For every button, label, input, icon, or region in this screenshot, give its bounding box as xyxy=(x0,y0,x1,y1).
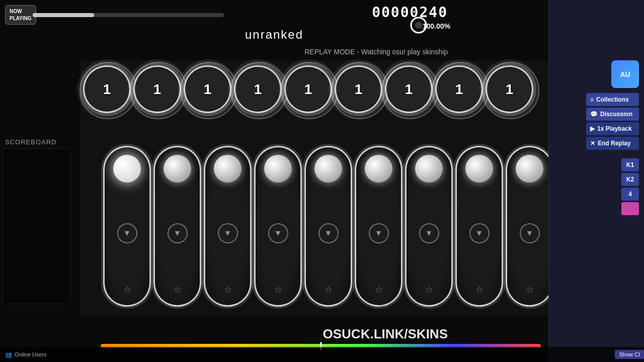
replay-mode-text: REPLAY MODE - Watching osu! play skinshi… xyxy=(304,48,448,56)
slider-arrow-8: ▼ xyxy=(469,223,490,243)
slider-star-5: ☆ xyxy=(325,284,333,295)
slider-6: ▼ ☆ xyxy=(355,146,403,307)
slider-arrow-5: ▼ xyxy=(318,223,339,243)
slider-5: ▼ ☆ xyxy=(304,146,352,307)
show-ci-button[interactable]: Show CI xyxy=(615,350,644,359)
slider-8: ▼ ☆ xyxy=(455,146,503,307)
svg-point-2 xyxy=(415,22,422,29)
slider-3: ▼ ☆ xyxy=(204,146,252,307)
progress-bar[interactable] xyxy=(33,13,224,17)
slider-arrow-4: ▼ xyxy=(268,223,288,243)
sliders-row: ▼ ☆ ▼ ☆ ▼ ☆ ▼ ☆ ▼ ☆ ▼ ☆ ▼ xyxy=(103,146,553,307)
slider-ball-2 xyxy=(164,155,191,183)
collections-icon: ≡ xyxy=(590,96,594,103)
slider-4: ▼ ☆ xyxy=(254,146,302,307)
slider-ball-8 xyxy=(465,155,493,183)
hit-circle-6: 1 xyxy=(335,65,382,113)
skins-link: OSUCK.LINK/SKINS xyxy=(323,326,448,342)
game-area: NOW PLAYING 00000240 100.00% unranked RE… xyxy=(0,0,548,362)
now-playing-badge: NOW PLAYING xyxy=(5,5,36,25)
hit-circle-8: 1 xyxy=(435,65,483,113)
slider-2: ▼ ☆ xyxy=(153,146,201,307)
slider-star-1: ☆ xyxy=(123,284,131,295)
slider-star-9: ☆ xyxy=(526,284,534,295)
slider-1: ▼ ☆ xyxy=(103,146,151,307)
scoreboard-label: SCOREBOARD xyxy=(0,136,73,148)
hit-circle-9: 1 xyxy=(486,65,533,113)
hit-circle-1: 1 xyxy=(83,65,131,113)
circles-row: 1 1 1 1 1 1 1 1 1 xyxy=(83,65,533,113)
discussion-button[interactable]: 💬 Discussion xyxy=(586,108,639,121)
avatar[interactable]: AU xyxy=(611,60,639,88)
right-sidebar: AU ≡ Collections 💬 Discussion ▶ 1x Playb… xyxy=(548,0,644,362)
slider-ball-5 xyxy=(314,155,342,183)
key-k1: K1 xyxy=(621,158,639,171)
hit-circle-5: 1 xyxy=(284,65,332,113)
scoreboard-area xyxy=(3,148,70,304)
end-replay-button[interactable]: ✕ End Replay xyxy=(586,137,639,150)
hit-circle-7: 1 xyxy=(385,65,433,113)
menu-buttons: ≡ Collections 💬 Discussion ▶ 1x Playback… xyxy=(586,93,639,150)
slider-ball-7 xyxy=(415,155,443,183)
end-replay-icon: ✕ xyxy=(590,140,595,147)
hit-circle-2: 1 xyxy=(133,65,181,113)
slider-ball-3 xyxy=(214,155,242,183)
bottom-bar: 👥 Online Users Show CI xyxy=(0,347,644,362)
slider-star-7: ☆ xyxy=(425,284,433,295)
slider-arrow-6: ▼ xyxy=(369,223,389,243)
hit-circle-4: 1 xyxy=(234,65,282,113)
slider-arrow-7: ▼ xyxy=(419,223,439,243)
slider-ball-6 xyxy=(365,155,392,183)
accuracy-text: 100.00% xyxy=(423,22,450,30)
playback-button[interactable]: ▶ 1x Playback xyxy=(586,122,639,135)
slider-ball-9 xyxy=(516,155,543,183)
slider-star-6: ☆ xyxy=(375,284,383,295)
slider-ball-1 xyxy=(113,155,141,183)
status-text: unranked xyxy=(245,28,303,42)
slider-7: ▼ ☆ xyxy=(405,146,453,307)
slider-arrow-3: ▼ xyxy=(218,223,238,243)
slider-9: ▼ ☆ xyxy=(506,146,553,307)
progress-bar-fill xyxy=(33,13,94,17)
playback-icon: ▶ xyxy=(590,125,595,132)
collections-button[interactable]: ≡ Collections xyxy=(586,93,639,106)
slider-arrow-1: ▼ xyxy=(117,223,137,243)
slider-arrow-2: ▼ xyxy=(168,223,188,243)
scoreboard: SCOREBOARD xyxy=(0,136,73,317)
people-icon: 👥 xyxy=(5,351,12,358)
key-pink xyxy=(621,202,639,215)
slider-star-3: ☆ xyxy=(224,284,232,295)
key-k2: K2 xyxy=(621,173,639,186)
slider-arrow-9: ▼ xyxy=(520,223,540,243)
key-indicators: K1 K2 4 xyxy=(621,158,639,215)
discussion-icon: 💬 xyxy=(590,111,598,118)
slider-star-8: ☆ xyxy=(475,284,484,295)
key-four: 4 xyxy=(621,188,639,201)
online-users-area: 👥 Online Users xyxy=(0,351,52,358)
slider-star-4: ☆ xyxy=(274,284,282,295)
slider-star-2: ☆ xyxy=(174,284,182,295)
slider-ball-4 xyxy=(264,155,292,183)
hit-circle-3: 1 xyxy=(184,65,231,113)
